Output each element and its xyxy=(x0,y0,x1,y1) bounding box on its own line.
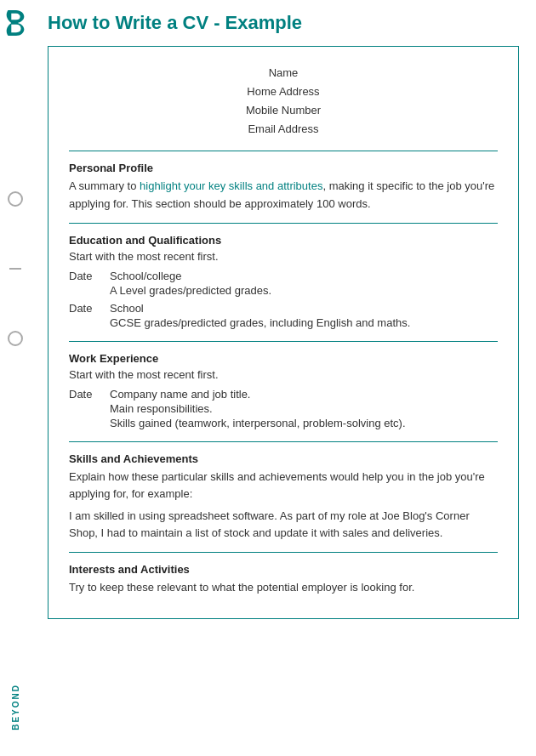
sidebar-dash xyxy=(9,268,21,270)
main-content: How to Write a CV - Example Name Home Ad… xyxy=(31,0,536,636)
education-content-2: School GCSE grades/predicted grades, inc… xyxy=(110,302,410,331)
work-details-1: Company name and job title. Main respons… xyxy=(110,388,406,431)
logo-icon xyxy=(4,9,26,45)
divider-4 xyxy=(69,441,498,442)
skills-title: Skills and Achievements xyxy=(69,452,498,465)
section-education: Education and Qualifications Start with … xyxy=(69,234,498,331)
section-skills: Skills and Achievements Explain how thes… xyxy=(69,452,498,543)
highlight-skills: highlight your key skills and attributes xyxy=(140,179,322,192)
work-experience-subtitle: Start with the most recent first. xyxy=(69,368,498,381)
divider-5 xyxy=(69,552,498,553)
divider-1 xyxy=(69,151,498,151)
education-content-1: School/college A Level grades/predicted … xyxy=(110,270,271,298)
education-date-2: Date xyxy=(69,302,100,331)
divider-3 xyxy=(69,341,498,342)
sidebar-circle-2[interactable] xyxy=(8,331,23,346)
divider-2 xyxy=(69,223,498,224)
sidebar: BEYOND xyxy=(0,0,31,756)
education-subtitle: Start with the most recent first. xyxy=(69,250,498,263)
work-skills: Skills gained (teamwork, interpersonal, … xyxy=(110,417,406,429)
work-responsibilities: Main responsibilities. xyxy=(110,402,406,415)
work-entry-1: Date Company name and job title. Main re… xyxy=(69,388,498,431)
cv-document: Name Home Address Mobile Number Email Ad… xyxy=(48,46,519,619)
sidebar-circle-1[interactable] xyxy=(8,191,23,207)
education-school-1: School/college xyxy=(110,270,271,282)
cv-address: Home Address xyxy=(69,82,498,101)
work-date-1: Date xyxy=(69,388,100,431)
personal-profile-text: A summary to highlight your key skills a… xyxy=(69,178,498,212)
interests-title: Interests and Activities xyxy=(69,563,498,576)
education-entry-1: Date School/college A Level grades/predi… xyxy=(69,270,498,298)
education-detail-1: A Level grades/predicted grades. xyxy=(110,284,271,297)
education-entry-2: Date School GCSE grades/predicted grades… xyxy=(69,302,498,331)
work-experience-title: Work Experience xyxy=(69,352,498,365)
section-personal-profile: Personal Profile A summary to highlight … xyxy=(69,162,498,212)
cv-name: Name xyxy=(69,64,498,82)
education-date-1: Date xyxy=(69,270,100,298)
education-detail-2: GCSE grades/predicted grades, including … xyxy=(110,316,410,329)
cv-header: Name Home Address Mobile Number Email Ad… xyxy=(69,64,498,139)
skills-example: I am skilled in using spreadsheet softwa… xyxy=(69,508,498,542)
work-company: Company name and job title. xyxy=(110,388,406,401)
cv-mobile: Mobile Number xyxy=(69,101,498,120)
sidebar-brand: BEYOND xyxy=(0,684,31,730)
section-interests: Interests and Activities Try to keep the… xyxy=(69,563,498,596)
cv-email: Email Address xyxy=(69,120,498,139)
interests-text: Try to keep these relevant to what the p… xyxy=(69,579,498,596)
page-title: How to Write a CV - Example xyxy=(48,12,519,34)
section-work-experience: Work Experience Start with the most rece… xyxy=(69,352,498,431)
education-title: Education and Qualifications xyxy=(69,234,498,247)
skills-intro: Explain how these particular skills and … xyxy=(69,469,498,503)
personal-profile-title: Personal Profile xyxy=(69,162,498,174)
education-school-2: School xyxy=(110,302,410,315)
